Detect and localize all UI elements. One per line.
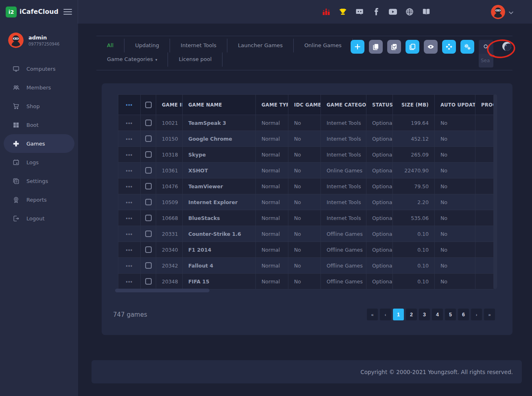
trophy-icon[interactable]: [338, 7, 347, 16]
horizontal-scrollbar[interactable]: [115, 289, 209, 292]
docs-book-icon[interactable]: [422, 7, 431, 16]
cell-auto-update: No: [435, 194, 475, 210]
row-checkbox[interactable]: [145, 167, 152, 174]
row-checkbox[interactable]: [145, 246, 152, 253]
page-button-3[interactable]: 3: [419, 309, 430, 320]
cell-status: Optional: [366, 131, 393, 147]
cell-game-category: Internet Tools: [321, 194, 366, 210]
sidebar-item-label: Logs: [26, 159, 39, 165]
row-menu-icon[interactable]: •••: [126, 215, 133, 221]
row-menu-icon[interactable]: •••: [126, 168, 133, 174]
vertical-scrollbar[interactable]: [493, 94, 497, 289]
members-icon: [13, 84, 20, 91]
sidebar-item-logout[interactable]: Logout: [4, 209, 74, 228]
row-checkbox[interactable]: [145, 135, 152, 142]
row-menu-icon[interactable]: •••: [126, 263, 133, 269]
sidebar-item-computers[interactable]: Computers: [4, 59, 74, 78]
sidebar-item-members[interactable]: Members: [4, 78, 74, 97]
youtube-icon[interactable]: [388, 7, 397, 16]
logs-icon: [13, 159, 20, 166]
categories-grid-button[interactable]: [442, 40, 456, 54]
cell-size-mb: 79.50: [393, 178, 435, 194]
page-button-1[interactable]: 1: [393, 309, 404, 320]
sidebar-item-reports[interactable]: Reports: [4, 190, 74, 209]
duplicate-button[interactable]: [406, 40, 419, 54]
search-input[interactable]: Sea: [479, 54, 493, 67]
page-button-4[interactable]: 4: [432, 309, 443, 320]
cell-idc-game: No: [288, 115, 321, 131]
first-page-button[interactable]: «: [367, 309, 378, 320]
discord-icon[interactable]: [355, 7, 364, 16]
user-menu[interactable]: [491, 5, 513, 19]
row-checkbox[interactable]: [145, 278, 152, 285]
prev-page-button[interactable]: ‹: [380, 309, 391, 320]
sidebar-item-settings[interactable]: Settings: [4, 172, 74, 190]
page-button-6[interactable]: 6: [458, 309, 469, 320]
cell-game-category: Internet Tools: [321, 210, 366, 226]
topbar-right: [78, 0, 532, 24]
row-menu-icon[interactable]: •••: [126, 184, 133, 189]
copyright-text: Copyright © 2000-2021 Youngzsoft. All ri…: [360, 369, 513, 375]
row-checkbox[interactable]: [145, 262, 152, 269]
row-menu-icon[interactable]: •••: [126, 247, 133, 253]
row-checkbox[interactable]: [145, 183, 152, 189]
copy-selected-button[interactable]: [387, 40, 401, 54]
footer-bar: Copyright © 2000-2021 Youngzsoft. All ri…: [92, 360, 522, 383]
last-page-button[interactable]: »: [484, 309, 495, 320]
next-page-button[interactable]: ›: [471, 309, 482, 320]
sidebar-item-label: Settings: [26, 178, 48, 184]
row-checkbox[interactable]: [145, 151, 152, 158]
select-all-checkbox[interactable]: [145, 102, 152, 108]
row-checkbox[interactable]: [145, 120, 152, 126]
copy-button[interactable]: [369, 40, 383, 54]
ranking-icon[interactable]: [322, 7, 331, 16]
preview-eye-button[interactable]: [424, 40, 438, 54]
tab-updating[interactable]: Updating: [124, 39, 170, 52]
tab-online-games[interactable]: Online Games: [294, 39, 353, 52]
sidebar-item-label: Computers: [26, 66, 55, 72]
tab-game-categories[interactable]: Game Categories▾: [96, 52, 168, 67]
row-menu-icon[interactable]: •••: [126, 136, 133, 142]
cell-game-name: Fallout 4: [183, 258, 256, 274]
page-button-2[interactable]: 2: [406, 309, 417, 320]
row-checkbox[interactable]: [145, 215, 152, 221]
cell-size-mb: 0.10: [393, 242, 435, 258]
main-content: AllUpdatingInternet ToolsLauncher GamesO…: [78, 24, 532, 396]
batch-settings-gears-button[interactable]: [460, 40, 474, 54]
page-button-5[interactable]: 5: [445, 309, 456, 320]
user-avatar[interactable]: [491, 5, 505, 19]
search-icon[interactable]: [479, 40, 493, 54]
row-checkbox[interactable]: [145, 199, 152, 205]
tab-internet-tools[interactable]: Internet Tools: [170, 39, 227, 52]
cell-progress: [475, 131, 494, 147]
sidebar-item-label: Members: [26, 85, 51, 91]
sidebar-item-logs[interactable]: Logs: [4, 153, 74, 172]
menu-toggle-icon[interactable]: [63, 7, 72, 16]
column-header-status: STATUS: [366, 95, 393, 115]
row-checkbox[interactable]: [145, 231, 152, 237]
cell-auto-update: No: [435, 131, 475, 147]
chevron-down-icon[interactable]: [509, 8, 513, 16]
row-menu-icon[interactable]: •••: [126, 120, 133, 126]
web-boot-globe-button[interactable]: [501, 41, 512, 52]
row-menu-icon[interactable]: •••: [126, 152, 133, 158]
cell-game-category: Internet Tools: [321, 131, 366, 147]
table-row: •••20348FIFA 15NormalNoOffline GamesOpti…: [118, 274, 494, 289]
sidebar-item-games[interactable]: Games: [4, 134, 74, 153]
row-menu-icon[interactable]: •••: [126, 279, 133, 285]
bulk-actions-menu-icon[interactable]: •••: [126, 102, 133, 108]
row-menu-icon[interactable]: •••: [126, 231, 133, 237]
cell-idc-game: No: [288, 178, 321, 194]
sidebar-nav: ComputersMembersShopBootGamesLogsSetting…: [0, 59, 78, 228]
add-game-button[interactable]: [351, 40, 364, 54]
page: i2 iCafeCloud: [0, 0, 532, 396]
column-header-game-category: GAME CATEGORY: [321, 95, 366, 115]
tab-license-pool[interactable]: License pool: [168, 52, 222, 67]
sidebar-item-shop[interactable]: Shop: [4, 97, 74, 115]
facebook-icon[interactable]: [372, 7, 381, 16]
tab-all[interactable]: All: [96, 39, 124, 52]
tab-launcher-games[interactable]: Launcher Games: [227, 39, 294, 52]
sidebar-item-boot[interactable]: Boot: [4, 115, 74, 134]
row-menu-icon[interactable]: •••: [126, 200, 133, 205]
globe-icon[interactable]: [405, 7, 414, 16]
